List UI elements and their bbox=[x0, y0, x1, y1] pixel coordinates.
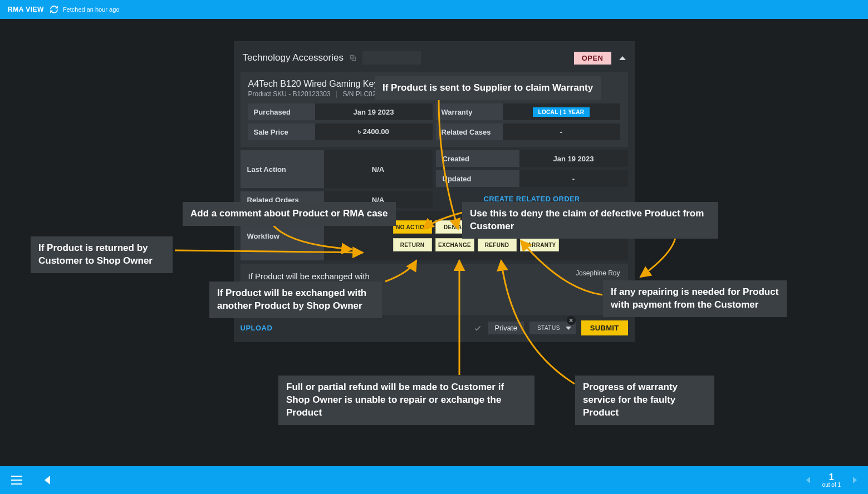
relatedcases-label: Related Cases bbox=[436, 124, 503, 140]
lastaction-row: Last Action N/A bbox=[241, 150, 433, 188]
callout-denial: Use this to deny the claim of defective … bbox=[462, 202, 718, 239]
page-number: 1 bbox=[829, 472, 834, 482]
private-toggle[interactable]: Private bbox=[488, 322, 523, 334]
back-icon[interactable] bbox=[45, 476, 50, 485]
relatedcases-value: - bbox=[503, 124, 620, 140]
saleprice-row: Sale Price ৳ 2400.00 bbox=[248, 124, 433, 140]
warranty-value: LOCAL | 1 YEAR bbox=[503, 103, 620, 120]
workflow-return[interactable]: RETURN bbox=[393, 238, 432, 251]
panel-header: Technology Accessories OPEN bbox=[241, 48, 628, 72]
pager: 1 out of 1 bbox=[806, 472, 857, 488]
workflow-exchange[interactable]: EXCHANGE bbox=[435, 238, 474, 251]
action-row: UPLOAD Private STATUS ✕ SUBMIT bbox=[241, 320, 628, 335]
bottombar: 1 out of 1 bbox=[0, 466, 868, 494]
callout-refund: Full or partial refund will be made to C… bbox=[278, 376, 534, 425]
saleprice-label: Sale Price bbox=[248, 124, 315, 140]
lastaction-value: N/A bbox=[324, 150, 433, 188]
check-icon[interactable] bbox=[473, 324, 482, 333]
callout-exchange: If Product will be exchanged with anothe… bbox=[209, 281, 382, 318]
callout-return: If Product is returned by Customer to Sh… bbox=[31, 236, 173, 273]
secondary-rows: Last Action N/A Related Orders N/A Creat… bbox=[241, 150, 628, 208]
product-sku: Product SKU - B120123303 bbox=[248, 90, 331, 98]
created-value: Jan 19 2023 bbox=[519, 150, 628, 167]
callout-comment: Add a comment about Product or RMA case bbox=[183, 202, 396, 226]
workflow-warranty[interactable]: WARRANTY bbox=[520, 238, 559, 251]
collapse-icon[interactable] bbox=[619, 56, 626, 60]
callout-supplier: If Product is sent to Supplier to claim … bbox=[375, 76, 601, 100]
updated-label: Updated bbox=[436, 170, 519, 187]
copy-icon[interactable] bbox=[349, 54, 357, 62]
topbar: RMA VIEW Fetched an hour ago bbox=[0, 0, 868, 19]
updated-row: Updated - bbox=[436, 170, 628, 187]
callout-warranty: Progress of warranty service for the fau… bbox=[575, 376, 714, 425]
comment-author: Josephine Roy bbox=[576, 269, 620, 277]
warranty-pill: LOCAL | 1 YEAR bbox=[533, 107, 590, 117]
purchased-label: Purchased bbox=[248, 103, 315, 120]
status-badge[interactable]: OPEN bbox=[574, 52, 611, 65]
page-title: RMA VIEW bbox=[8, 6, 44, 13]
created-row: Created Jan 19 2023 bbox=[436, 150, 628, 167]
warranty-row: Warranty LOCAL | 1 YEAR bbox=[436, 103, 620, 120]
chevron-down-icon bbox=[566, 327, 571, 330]
upload-button[interactable]: UPLOAD bbox=[241, 324, 273, 332]
warranty-label: Warranty bbox=[436, 103, 503, 120]
saleprice-value: ৳ 2400.00 bbox=[315, 124, 433, 140]
refresh-icon[interactable] bbox=[50, 5, 58, 14]
clear-icon[interactable]: ✕ bbox=[567, 316, 576, 325]
submit-button[interactable]: SUBMIT bbox=[581, 320, 628, 335]
lastaction-label: Last Action bbox=[241, 150, 324, 188]
purchased-value: Jan 19 2023 bbox=[315, 103, 433, 120]
search-input[interactable] bbox=[362, 51, 421, 65]
purchased-row: Purchased Jan 19 2023 bbox=[248, 103, 433, 120]
page-of: out of 1 bbox=[822, 482, 841, 488]
workflow-refund[interactable]: REFUND bbox=[478, 238, 517, 251]
created-label: Created bbox=[436, 150, 519, 167]
workflow-noaction[interactable]: NO ACTION bbox=[393, 220, 432, 234]
updated-value: - bbox=[519, 170, 628, 187]
page-prev[interactable] bbox=[806, 477, 810, 483]
callout-service: If any repairing is needed for Product w… bbox=[603, 280, 787, 317]
relatedcases-row: Related Cases - bbox=[436, 124, 620, 140]
menu-icon[interactable] bbox=[11, 476, 22, 485]
category-title: Technology Accessories bbox=[243, 52, 344, 63]
fetched-text: Fetched an hour ago bbox=[63, 6, 120, 13]
page-next[interactable] bbox=[853, 477, 857, 483]
